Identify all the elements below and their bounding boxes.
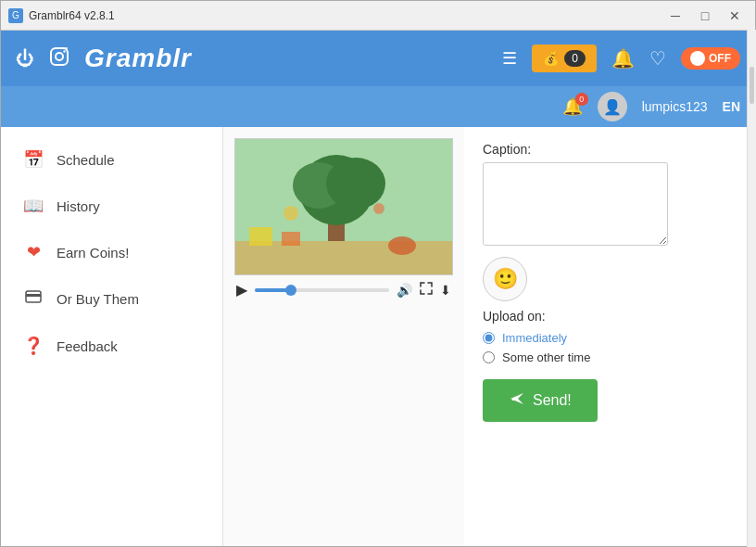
sidebar-item-label: Feedback: [57, 338, 118, 354]
emoji-icon: 🙂: [493, 267, 518, 291]
schedule-icon: 📅: [23, 149, 44, 170]
toggle-button[interactable]: OFF: [681, 47, 740, 70]
earn-coins-icon: ❤: [23, 242, 44, 262]
progress-thumb: [285, 285, 296, 296]
svg-rect-4: [26, 294, 41, 297]
download-button[interactable]: ⬇: [440, 283, 451, 298]
progress-bar[interactable]: [255, 288, 389, 292]
sidebar-item-label: Or Buy Them: [57, 291, 139, 307]
video-preview: [235, 139, 452, 274]
radio-immediately[interactable]: Immediately: [483, 331, 737, 345]
instagram-icon[interactable]: [49, 46, 69, 71]
volume-button[interactable]: 🔊: [397, 283, 412, 298]
video-section: ▶ 🔊 ⬇: [223, 127, 464, 546]
svg-point-9: [326, 158, 385, 210]
app-window: G Gramblr64 v2.8.1 ─ □ ✕ ⏻ Gramblr ☰ 💰: [0, 0, 756, 547]
send-icon: [509, 390, 525, 411]
svg-rect-10: [235, 241, 453, 275]
video-container: [234, 138, 453, 275]
notification-bell[interactable]: 🔔 0: [562, 96, 583, 117]
coins-icon: 💰: [543, 51, 559, 66]
sidebar-item-label: History: [57, 198, 100, 214]
send-button[interactable]: Send!: [483, 379, 598, 422]
sidebar-item-buy-them[interactable]: Or Buy Them: [1, 275, 222, 323]
send-button-label: Send!: [533, 392, 572, 409]
svg-point-2: [63, 50, 65, 52]
svg-rect-11: [249, 227, 272, 246]
progress-fill: [255, 288, 288, 292]
sidebar-item-label: Schedule: [57, 152, 115, 168]
radio-immediately-label: Immediately: [502, 331, 567, 345]
svg-rect-16: [512, 399, 518, 401]
header-bottom: 🔔 0 👤 lumpics123 EN: [1, 86, 755, 127]
window-controls: ─ □ ✕: [662, 6, 748, 25]
svg-rect-12: [282, 232, 300, 246]
toggle-circle: [690, 51, 705, 66]
content-area: 📅 Schedule 📖 History ❤ Earn Coins! Or Bu…: [1, 127, 755, 546]
upload-radio-group: Immediately Some other time: [483, 331, 737, 364]
username[interactable]: lumpics123: [642, 99, 708, 114]
power-icon[interactable]: ⏻: [16, 48, 34, 70]
sidebar-item-feedback[interactable]: ❓ Feedback: [1, 323, 222, 369]
emoji-button[interactable]: 🙂: [483, 257, 527, 301]
sidebar-item-history[interactable]: 📖 History: [1, 183, 222, 229]
app-logo: Gramblr: [84, 44, 487, 73]
radio-sometime-label: Some other time: [502, 350, 590, 364]
coins-button[interactable]: 💰 0: [532, 45, 597, 72]
video-controls: ▶ 🔊 ⬇: [234, 281, 453, 299]
right-panel: Caption: 🙂 Upload on: Immediately Some o…: [464, 127, 755, 546]
app-icon: G: [8, 8, 23, 23]
caption-label: Caption:: [483, 142, 737, 157]
svg-point-14: [284, 206, 298, 221]
svg-point-1: [56, 53, 63, 60]
toggle-label: OFF: [709, 52, 731, 65]
feedback-icon: ❓: [23, 336, 44, 356]
fullscreen-button[interactable]: [420, 282, 433, 298]
minimize-button[interactable]: ─: [662, 6, 688, 25]
close-button[interactable]: ✕: [722, 6, 748, 25]
sidebar-item-earn-coins[interactable]: ❤ Earn Coins!: [1, 229, 222, 275]
radio-immediately-input[interactable]: [483, 332, 495, 344]
sidebar: 📅 Schedule 📖 History ❤ Earn Coins! Or Bu…: [1, 127, 223, 546]
window-title: Gramblr64 v2.8.1: [29, 9, 662, 22]
app-header: ⏻ Gramblr ☰ 💰 0 🔔 ♡ OFF: [1, 31, 755, 127]
svg-point-13: [388, 236, 416, 255]
title-bar: G Gramblr64 v2.8.1 ─ □ ✕: [1, 1, 755, 31]
menu-icon[interactable]: ☰: [502, 48, 517, 69]
language-selector[interactable]: EN: [723, 99, 740, 114]
maximize-button[interactable]: □: [692, 6, 718, 25]
header-top: ⏻ Gramblr ☰ 💰 0 🔔 ♡ OFF: [1, 31, 755, 86]
buy-icon: [23, 288, 44, 310]
heart-icon[interactable]: ♡: [649, 47, 666, 70]
sidebar-item-schedule[interactable]: 📅 Schedule: [1, 136, 222, 183]
play-button[interactable]: ▶: [236, 281, 247, 299]
avatar[interactable]: 👤: [598, 92, 627, 121]
svg-point-15: [373, 203, 384, 214]
scrollbar[interactable]: [747, 30, 756, 547]
sidebar-item-label: Earn Coins!: [57, 245, 129, 261]
radio-sometime-input[interactable]: [483, 351, 495, 363]
main-panel: ▶ 🔊 ⬇ Caption:: [223, 127, 755, 546]
notification-badge: 0: [575, 93, 588, 106]
upload-on-label: Upload on:: [483, 309, 737, 324]
bell-icon[interactable]: 🔔: [611, 47, 635, 70]
caption-input[interactable]: [483, 162, 668, 246]
history-icon: 📖: [23, 196, 44, 216]
coin-count: 0: [564, 50, 586, 67]
radio-some-other-time[interactable]: Some other time: [483, 350, 737, 364]
